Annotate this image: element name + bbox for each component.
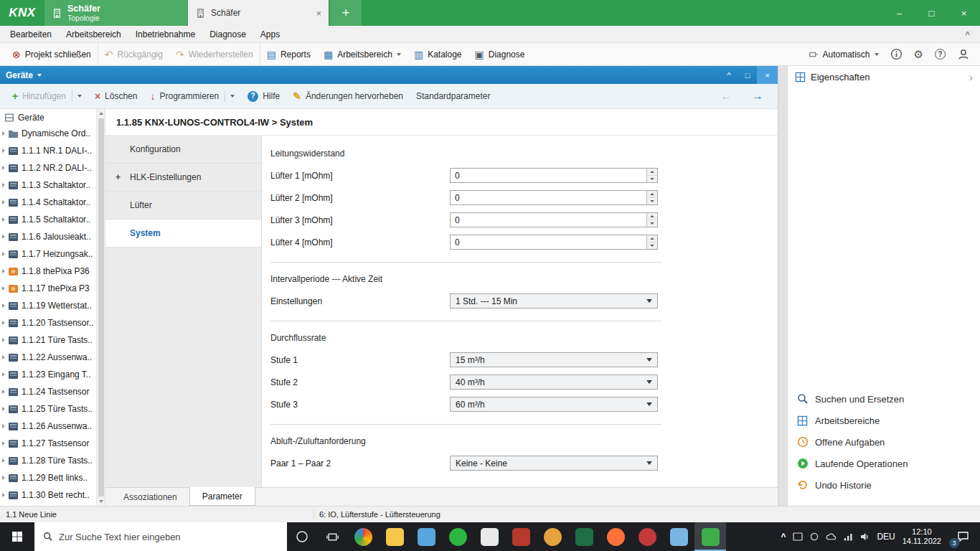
bottom-tab[interactable]: Parameter bbox=[189, 487, 255, 506]
toolbar-button[interactable]: ▤ Reports bbox=[260, 43, 317, 65]
expand-arrow-icon[interactable] bbox=[2, 338, 5, 342]
tree-item[interactable]: 1.1.2 NR.2 DALI-.. bbox=[0, 159, 95, 176]
bluetooth-icon[interactable] bbox=[810, 532, 819, 541]
expand-arrow-icon[interactable] bbox=[2, 493, 5, 497]
number-input[interactable]: 0 bbox=[450, 190, 658, 205]
sidebar-shortcut[interactable]: Undo Historie bbox=[788, 474, 980, 496]
panel-close-icon[interactable]: × bbox=[757, 66, 778, 84]
expand-arrow-icon[interactable] bbox=[2, 235, 5, 239]
scrollbar-thumb[interactable] bbox=[98, 118, 104, 496]
spin-up-icon[interactable] bbox=[647, 191, 657, 198]
spin-up-icon[interactable] bbox=[647, 235, 657, 242]
spin-up-icon[interactable] bbox=[647, 213, 657, 220]
dropdown-select[interactable]: Keine - Keine bbox=[450, 456, 658, 471]
tree-item[interactable]: 1.1.20 Tastsensor.. bbox=[0, 314, 95, 331]
toolbar-button[interactable]: ↷ Wiederherstellen bbox=[169, 43, 260, 65]
caret-down-icon[interactable] bbox=[37, 74, 42, 77]
dropdown-select[interactable]: 40 m³/h bbox=[450, 375, 658, 390]
spin-down-icon[interactable] bbox=[647, 242, 657, 249]
forward-arrow-icon[interactable]: → bbox=[752, 90, 763, 103]
spinner-buttons[interactable] bbox=[646, 235, 657, 249]
tree-item[interactable]: 1.1.28 Türe Tasts.. bbox=[0, 452, 95, 469]
tree-item[interactable]: 1.1.29 Bett links.. bbox=[0, 469, 95, 486]
cortana-button[interactable] bbox=[287, 522, 317, 551]
tree-item[interactable]: 1.1.1 NR.1 DALI-.. bbox=[0, 142, 95, 159]
tab-topologie[interactable]: Schäfer Topologie bbox=[44, 0, 188, 26]
expand-arrow-icon[interactable] bbox=[2, 217, 5, 222]
sidebar-shortcut[interactable]: Arbeitsbereiche bbox=[788, 410, 980, 431]
panel-toolbar-button[interactable]: ↓ Programmieren bbox=[143, 84, 241, 108]
task-view-button[interactable] bbox=[317, 522, 347, 551]
expand-arrow-icon[interactable] bbox=[2, 372, 5, 377]
taskbar-app[interactable] bbox=[347, 522, 379, 551]
panel-toolbar-button[interactable]: Standardparameter bbox=[410, 84, 496, 108]
tree-item[interactable]: 1.1.23 Eingang T.. bbox=[0, 366, 95, 383]
taskbar-app[interactable] bbox=[537, 522, 568, 551]
close-button[interactable]: × bbox=[948, 0, 980, 26]
taskbar-search[interactable] bbox=[34, 522, 287, 551]
dropdown-select[interactable]: 15 m³/h bbox=[450, 352, 658, 367]
dropdown-select[interactable]: 1 Std. --- 15 Min bbox=[450, 293, 658, 309]
expand-arrow-icon[interactable] bbox=[2, 252, 5, 256]
spin-down-icon[interactable] bbox=[647, 176, 657, 182]
search-input[interactable] bbox=[59, 532, 267, 542]
subnav-item[interactable]: System bbox=[105, 220, 261, 248]
toolbar-button[interactable]: ↶ Rückgängig bbox=[98, 43, 169, 65]
language-indicator[interactable]: DEU bbox=[877, 532, 895, 542]
bottom-tab[interactable]: Assoziationen bbox=[111, 488, 189, 507]
expand-arrow-icon[interactable] bbox=[2, 183, 5, 187]
info-icon[interactable] bbox=[890, 48, 903, 60]
tree-item[interactable]: 1.1.17 thePixa P3 bbox=[0, 280, 95, 297]
tree-item[interactable]: 1.1.5 Schaltaktor.. bbox=[0, 211, 95, 228]
toolbar-button[interactable]: ⊗ Projekt schließen bbox=[6, 43, 98, 65]
menu-item[interactable]: Apps bbox=[253, 26, 287, 43]
user-account-icon[interactable] bbox=[957, 48, 970, 61]
expand-arrow-icon[interactable] bbox=[2, 149, 5, 153]
tab-schaefer[interactable]: Schäfer × bbox=[188, 0, 329, 26]
settings-gear-icon[interactable]: ⚙ bbox=[914, 49, 923, 60]
expand-arrow-icon[interactable] bbox=[2, 458, 5, 463]
expand-arrow-icon[interactable] bbox=[2, 441, 5, 446]
taskbar-app[interactable] bbox=[473, 522, 505, 551]
panel-title[interactable]: Geräte bbox=[6, 70, 33, 80]
spinner-buttons[interactable] bbox=[646, 169, 657, 182]
expand-arrow-icon[interactable] bbox=[2, 131, 5, 136]
minimize-button[interactable]: – bbox=[883, 0, 915, 26]
chevron-right-icon[interactable]: › bbox=[969, 71, 973, 83]
menu-item[interactable]: Inbetriebnahme bbox=[128, 26, 202, 43]
panel-toolbar-button[interactable]: + Hinzufügen bbox=[6, 84, 88, 108]
taskbar-app[interactable] bbox=[568, 522, 600, 551]
sidebar-shortcut[interactable]: Offene Aufgaben bbox=[788, 431, 980, 453]
taskbar-app[interactable] bbox=[410, 522, 442, 551]
action-center-button[interactable]: 3 bbox=[948, 522, 977, 551]
toolbar-button[interactable]: ▥ Kataloge bbox=[407, 43, 468, 65]
dropdown-select[interactable]: 60 m³/h bbox=[450, 397, 658, 412]
connection-mode-select[interactable]: Automatisch bbox=[809, 50, 879, 60]
expand-arrow-icon[interactable] bbox=[2, 286, 5, 291]
new-tab-button[interactable]: + bbox=[330, 0, 362, 26]
caret-down-icon[interactable] bbox=[225, 90, 235, 102]
expand-arrow-icon[interactable] bbox=[2, 200, 5, 204]
taskbar-app[interactable] bbox=[631, 522, 663, 551]
toolbar-button[interactable]: ▦ Arbeitsbereich bbox=[317, 43, 407, 65]
spinner-buttons[interactable] bbox=[646, 191, 657, 204]
expand-arrow-icon[interactable] bbox=[2, 269, 5, 273]
tree-item[interactable]: 1.1.25 Türe Tasts.. bbox=[0, 400, 95, 418]
taskbar-app[interactable] bbox=[442, 522, 473, 551]
tree-scrollbar[interactable] bbox=[96, 109, 105, 506]
expand-arrow-icon[interactable] bbox=[2, 321, 5, 325]
taskbar-clock[interactable]: 12:10 14.11.2022 bbox=[903, 527, 941, 546]
cloud-icon[interactable] bbox=[826, 532, 837, 541]
taskbar-app[interactable] bbox=[379, 522, 410, 551]
tree-item[interactable]: 1.1.3 Schaltaktor.. bbox=[0, 176, 95, 194]
panel-toolbar-button[interactable]: × Löschen bbox=[88, 84, 144, 108]
network-icon[interactable] bbox=[844, 533, 853, 541]
expand-arrow-icon[interactable] bbox=[2, 476, 5, 480]
number-input[interactable]: 0 bbox=[450, 168, 658, 183]
subnav-item[interactable]: HLK-Einstellungen bbox=[105, 164, 261, 192]
caret-down-icon[interactable] bbox=[72, 90, 82, 102]
expand-arrow-icon[interactable] bbox=[2, 303, 5, 308]
maximize-button[interactable]: □ bbox=[915, 0, 948, 26]
menu-item[interactable]: Arbeitsbereich bbox=[59, 26, 128, 43]
tab-close-icon[interactable]: × bbox=[316, 8, 321, 19]
